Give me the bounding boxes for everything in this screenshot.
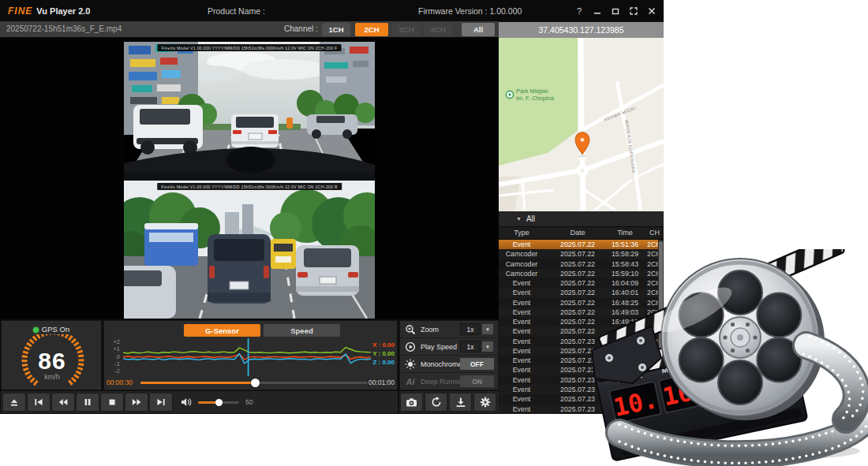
map[interactable]: Park Miejski im. F. Chopina ADAMA MICKI … [499, 38, 664, 211]
event-filter-dropdown[interactable]: ▼ All [499, 211, 664, 227]
event-row[interactable]: Event2025.07.2216:49:032CH [499, 308, 664, 317]
current-file-name: 20250722-15h51m36s_F_E.mp4 [6, 24, 122, 33]
next-button[interactable] [149, 393, 173, 412]
play-speed-icon [404, 341, 417, 353]
timeline-slider[interactable] [140, 382, 368, 384]
right-panel: 37.405430.127.123985 [499, 21, 664, 414]
minimize-button[interactable] [592, 6, 603, 17]
settings-button[interactable] [473, 393, 496, 412]
vehicle-blue-bus [144, 223, 198, 266]
play-speed-value[interactable]: 1x [460, 341, 481, 352]
event-cell-type: Event [499, 337, 544, 345]
volume-slider[interactable] [198, 401, 239, 404]
header-date[interactable]: Date [544, 229, 611, 237]
play-speed-dropdown-caret[interactable]: ▼ [481, 341, 494, 352]
previous-button[interactable] [27, 393, 51, 412]
monochrome-toggle[interactable]: OFF [460, 358, 494, 370]
event-cell-type: Event [499, 299, 544, 307]
video-osd-text: FineVu Model V1.00.000 YYYY/MM/DD 15h51m… [157, 183, 342, 190]
event-cell-type: Event [499, 327, 544, 335]
monochrome-label: Monochrome [421, 360, 462, 368]
event-row[interactable]: Event2025.07.232CH [499, 337, 664, 346]
event-cell-date: 2025.07.23 [544, 395, 611, 403]
tab-gsensor[interactable]: G-Sensor [184, 324, 260, 337]
event-row[interactable]: Event2025.07.23 [499, 365, 664, 375]
event-cell-type: Event [499, 279, 544, 287]
channel-2ch-button[interactable]: 2CH [355, 23, 388, 36]
event-row[interactable]: Event2025.07.23 [499, 385, 664, 394]
reel-holes [679, 270, 802, 404]
event-row[interactable]: Event2025.07.2216:48:252CH [499, 298, 664, 308]
channel-all-button[interactable]: All [462, 23, 495, 36]
channel-4ch-button[interactable]: 4CH [424, 23, 452, 36]
pause-button[interactable] [76, 393, 99, 412]
event-table-body: Event2025.07.2215:51:362CHCamcoder2025.0… [499, 240, 664, 414]
setting-monochrome: Monochrome OFF [400, 356, 499, 373]
event-row[interactable]: Event2025.07.2215:51:362CH [499, 240, 664, 249]
event-cell-date: 2025.07.23 [544, 386, 611, 393]
event-cell-date: 2025.07.22 [544, 260, 611, 268]
event-row[interactable]: Event2025.07.23 [499, 375, 664, 385]
event-cell-date: 2025.07.23 [544, 347, 611, 355]
event-cell-date: 2025.07.22 [544, 289, 611, 296]
event-row[interactable]: Camcoder2025.07.2215:58:292CH [499, 249, 664, 259]
zoom-dropdown-caret[interactable]: ▼ [481, 323, 494, 335]
header-type[interactable]: Type [499, 229, 544, 237]
event-row[interactable]: Event2025.07.2216:49:152CH [499, 317, 664, 326]
event-cell-type: Event [499, 289, 544, 296]
video-second-camera[interactable]: FineVu Model V1.00.000 YYYY/MM/DD 15h51m… [124, 181, 375, 319]
event-row[interactable]: Event2025.07.23 [499, 404, 664, 414]
channel-3ch-button[interactable]: 3CH [392, 23, 421, 36]
event-row[interactable]: Event2025.07.23 [499, 346, 664, 356]
vehicle-dark-suv [208, 234, 271, 304]
event-cell-date: 2025.07.22 [544, 250, 611, 258]
app-window: FINE Vu Player 2.0 Product Name : Firmwa… [0, 0, 664, 414]
event-row[interactable]: Event2025.07.2216:40:012CH [499, 288, 664, 297]
refresh-button[interactable] [425, 393, 447, 412]
tab-speed[interactable]: Speed [264, 324, 340, 337]
restore-button[interactable] [610, 6, 621, 17]
svg-text:★: ★ [579, 136, 586, 144]
fullscreen-button[interactable] [628, 6, 639, 17]
event-cell-date: 2025.07.22 [544, 299, 611, 307]
event-row[interactable]: Event2025.07.2216:04:092CH [499, 278, 664, 288]
camera-icon [406, 397, 417, 408]
event-row[interactable]: Event2025.07.23 [499, 356, 664, 365]
film-reel [653, 259, 825, 420]
header-ch[interactable]: CH [645, 229, 664, 237]
clapper-second-digits: 28.8 [720, 359, 784, 399]
event-row[interactable]: Event2025.07.23 [499, 394, 664, 404]
eject-button[interactable] [2, 393, 26, 412]
event-row[interactable]: Camcoder2025.07.2215:59:102CH [499, 269, 664, 278]
zoom-value[interactable]: 1x [460, 323, 481, 335]
download-button[interactable] [449, 393, 472, 412]
playback-settings-panel: Zoom 1x ▼ Play Speed 1x ▼ Monochrome OFF [399, 320, 499, 390]
event-row[interactable]: Event2025.07.222CH [499, 326, 664, 336]
header-time[interactable]: Time [603, 229, 647, 237]
scrollbar-thumb[interactable] [659, 241, 663, 360]
event-table-scrollbar[interactable] [658, 240, 664, 414]
event-row[interactable]: Camcoder2025.07.2215:58:432CH [499, 259, 664, 269]
play-speed-label: Play Speed [421, 343, 457, 351]
speed-value: 86 [2, 348, 103, 375]
timeline-progress [140, 382, 255, 384]
event-cell-type: Event [499, 366, 544, 374]
setting-zoom: Zoom 1x ▼ [400, 321, 499, 338]
park-label-line2: im. F. Chopina [516, 95, 555, 102]
second-camera-frame [124, 181, 375, 319]
deep-running-toggle[interactable]: ON [460, 375, 494, 387]
file-channel-bar: 20250722-15h51m36s_F_E.mp4 Channel : 1CH… [0, 21, 499, 38]
vehicle-left-silver-car [124, 266, 176, 319]
rewind-button[interactable] [51, 393, 75, 412]
stop-button[interactable] [100, 393, 124, 412]
speed-unit: km/h [2, 373, 103, 381]
snapshot-button[interactable] [400, 393, 423, 412]
channel-1ch-button[interactable]: 1CH [322, 23, 350, 36]
help-button[interactable]: ? [574, 6, 585, 17]
event-cell-time: 16:04:09 [603, 279, 647, 287]
video-front-camera[interactable]: FineVu Model V1.00.000 YYYY/MM/DD 15h51m… [124, 42, 375, 181]
close-button[interactable] [646, 6, 657, 17]
volume-thumb[interactable] [215, 399, 223, 406]
timeline-thumb[interactable] [251, 378, 260, 387]
fast-forward-button[interactable] [125, 393, 148, 412]
